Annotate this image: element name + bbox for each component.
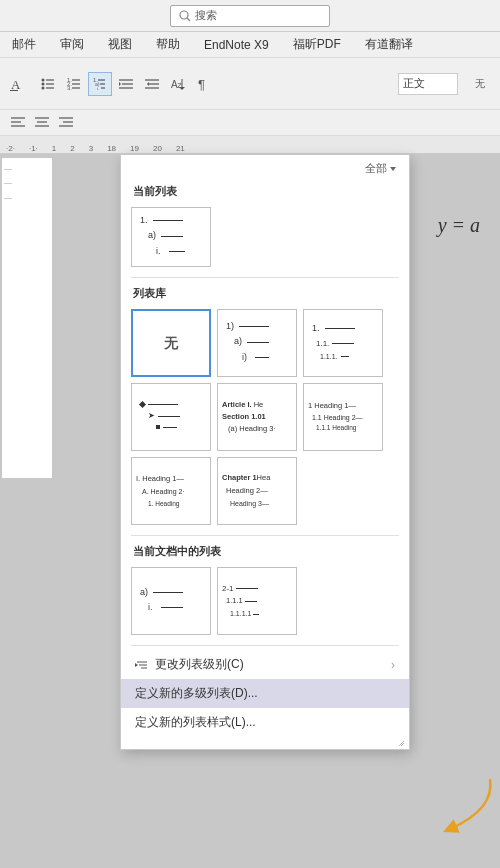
- multi-level-list-icon[interactable]: 1. a) i.: [88, 72, 112, 96]
- toolbar-group-list: 1. 2. 3. 1. a) i.: [36, 72, 216, 96]
- panel-footer: [121, 737, 409, 749]
- font-icon[interactable]: A: [6, 72, 30, 96]
- svg-marker-48: [135, 663, 138, 667]
- search-box[interactable]: 搜索: [170, 5, 330, 27]
- menu-mail[interactable]: 邮件: [8, 34, 40, 55]
- dropdown-panel: 全部 当前列表 1. a) i. 列表库 无 1): [120, 154, 410, 750]
- doc-list-item-1[interactable]: a) i.: [131, 567, 211, 635]
- current-list-grid: 1. a) i.: [121, 203, 409, 273]
- divider3: [131, 645, 399, 646]
- bottom-menu: 更改列表级别(C) › 定义新的多级列表(D)... 定义新的列表样式(L)..…: [121, 650, 409, 737]
- toolbar: A 1. 2. 3.: [0, 58, 500, 110]
- divider1: [131, 277, 399, 278]
- no-style-button[interactable]: 无: [466, 72, 494, 96]
- ruler-tick: 3: [89, 144, 93, 153]
- section-doc-list-title: 当前文档中的列表: [121, 540, 409, 563]
- decrease-indent-icon[interactable]: [140, 72, 164, 96]
- svg-point-0: [180, 11, 188, 19]
- svg-marker-25: [119, 82, 121, 86]
- svg-line-1: [187, 18, 190, 21]
- chevron-down-icon: [389, 165, 397, 173]
- doc-list-item-2[interactable]: 2-1 1.1.1 1.1.1.1: [217, 567, 297, 635]
- svg-marker-29: [147, 82, 149, 86]
- svg-text:3.: 3.: [67, 85, 72, 91]
- indent-icon: [135, 658, 149, 672]
- list-library-item-heading1[interactable]: 1 Heading 1— 1.1 Heading 2— 1.1.1 Headin…: [303, 383, 383, 451]
- number-list-icon[interactable]: 1. 2. 3.: [62, 72, 86, 96]
- svg-point-8: [42, 86, 45, 89]
- ruler-tick: 21: [176, 144, 185, 153]
- define-new-list-style-item[interactable]: 定义新的列表样式(L)...: [121, 708, 409, 737]
- svg-point-6: [42, 82, 45, 85]
- svg-point-4: [42, 78, 45, 81]
- increase-indent-icon[interactable]: [114, 72, 138, 96]
- svg-text:¶: ¶: [198, 77, 205, 92]
- svg-marker-44: [390, 167, 396, 171]
- content-area: — — — y = a 全部 当前列表 1. a) i.: [0, 154, 500, 868]
- search-icon: [179, 10, 191, 22]
- panel-header: 全部: [121, 155, 409, 180]
- toolbar-row2: [0, 110, 500, 136]
- menu-endnote[interactable]: EndNote X9: [200, 36, 273, 54]
- change-list-level-item[interactable]: 更改列表级别(C) ›: [121, 650, 409, 679]
- style-label: 正文: [403, 76, 425, 91]
- arrow-right-icon: ›: [391, 658, 395, 672]
- no-style-label: 无: [164, 333, 178, 354]
- align-left-icon[interactable]: [6, 111, 30, 135]
- ruler-tick: 18: [107, 144, 116, 153]
- resize-icon: [397, 739, 405, 747]
- list-library-row3: I. Heading 1— A. Heading 2· 1. Heading C…: [121, 457, 409, 531]
- align-right-icon[interactable]: [54, 111, 78, 135]
- section-list-library-title: 列表库: [121, 282, 409, 305]
- menu-bar: 邮件 审阅 视图 帮助 EndNote X9 福昕PDF 有道翻译: [0, 32, 500, 58]
- style-box[interactable]: 正文: [398, 73, 458, 95]
- align-center-icon[interactable]: [30, 111, 54, 135]
- define-multilevel-label: 定义新的多级列表(D)...: [135, 685, 258, 702]
- menu-review[interactable]: 审阅: [56, 34, 88, 55]
- doc-page: — — —: [2, 158, 52, 478]
- menu-view[interactable]: 视图: [104, 34, 136, 55]
- menu-foxit[interactable]: 福昕PDF: [289, 34, 345, 55]
- search-label: 搜索: [195, 8, 217, 23]
- current-list-item[interactable]: 1. a) i.: [131, 207, 211, 267]
- paragraph-mark-icon[interactable]: ¶: [192, 72, 216, 96]
- define-list-style-label: 定义新的列表样式(L)...: [135, 714, 256, 731]
- ruler-tick: 2: [70, 144, 74, 153]
- svg-text:i.: i.: [97, 86, 99, 91]
- list-library-item-article[interactable]: Article I. He Section 1.01 (a) Heading 3…: [217, 383, 297, 451]
- divider2: [131, 535, 399, 536]
- ruler-tick: ·2·: [6, 144, 15, 153]
- toolbar-group-font: A: [6, 72, 30, 96]
- sort-icon[interactable]: A Z: [166, 72, 190, 96]
- list-library-item-2[interactable]: 1. 1.1. 1.1.1.: [303, 309, 383, 377]
- list-library-grid: 无 1) a) i) 1. 1.1. 1.1.1.: [121, 305, 409, 383]
- list-library-item-none[interactable]: 无: [131, 309, 211, 377]
- ruler-tick: 19: [130, 144, 139, 153]
- define-new-multilevel-item[interactable]: 定义新的多级列表(D)...: [121, 679, 409, 708]
- svg-rect-3: [10, 90, 18, 91]
- title-bar: 搜索: [0, 0, 500, 32]
- ruler-tick: 20: [153, 144, 162, 153]
- list-library-item-roman[interactable]: I. Heading 1— A. Heading 2· 1. Heading: [131, 457, 211, 525]
- svg-text:A: A: [11, 77, 21, 92]
- list-library-item-bullets[interactable]: ➤: [131, 383, 211, 451]
- bullet-list-icon[interactable]: [36, 72, 60, 96]
- section-current-list-title: 当前列表: [121, 180, 409, 203]
- ruler-tick: 1: [52, 144, 56, 153]
- list-library-item-1[interactable]: 1) a) i): [217, 309, 297, 377]
- formula-area: y = a: [438, 214, 480, 237]
- formula-text: y = a: [438, 214, 480, 236]
- change-list-level-label: 更改列表级别(C): [155, 656, 244, 673]
- arrow-decoration: [430, 774, 490, 834]
- ruler-tick: ·1·: [29, 144, 38, 153]
- list-library-row2: ➤ Article I. He Section 1.01 (a) Heading…: [121, 383, 409, 457]
- filter-label: 全部: [365, 161, 387, 176]
- list-library-item-chapter[interactable]: Chapter 1Hea Heading 2— Heading 3—: [217, 457, 297, 525]
- filter-button[interactable]: 全部: [365, 161, 397, 176]
- doc-list-grid: a) i. 2-1 1.1.1 1.1.1.1: [121, 563, 409, 641]
- menu-help[interactable]: 帮助: [152, 34, 184, 55]
- menu-youdao[interactable]: 有道翻译: [361, 34, 417, 55]
- toolbar-right: 正文 无: [398, 72, 494, 96]
- ruler: ·2· ·1· 1 2 3 18 19 20 21: [0, 136, 500, 154]
